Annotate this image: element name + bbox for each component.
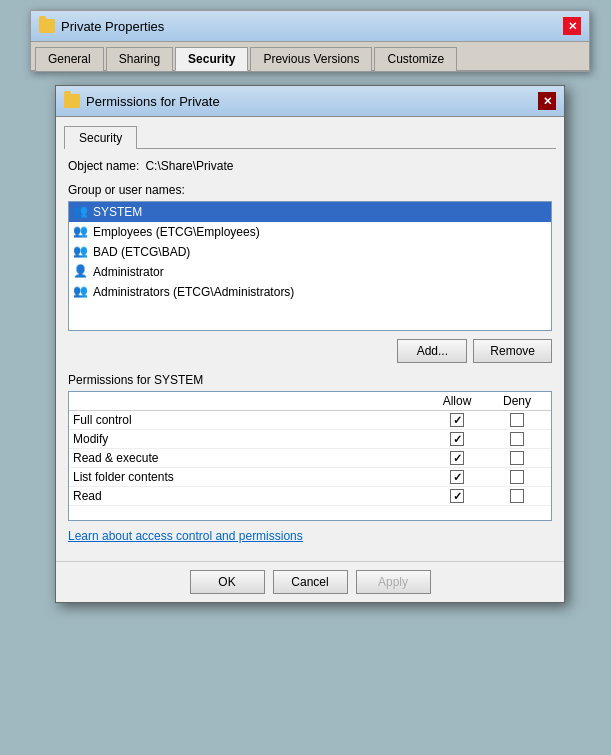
perm-row-read: Read <box>69 487 551 506</box>
bg-tabs-bar: General Sharing Security Previous Versio… <box>31 42 589 71</box>
group-icon-administrators <box>73 284 89 300</box>
allow-fullcontrol-cell <box>427 413 487 427</box>
ok-button[interactable]: OK <box>190 570 265 594</box>
user-name-administrator: Administrator <box>93 265 164 279</box>
inner-tab-security[interactable]: Security <box>64 126 137 149</box>
perm-row-fullcontrol: Full control <box>69 411 551 430</box>
folder-icon <box>39 19 55 33</box>
perm-name-read: Read <box>73 489 427 503</box>
bottom-button-row: OK Cancel Apply <box>56 561 564 602</box>
deny-read-cell <box>487 489 547 503</box>
col-allow: Allow <box>427 394 487 408</box>
object-name-row: Object name: C:\Share\Private <box>68 159 556 173</box>
perm-row-readexecute: Read & execute <box>69 449 551 468</box>
user-icon-administrator <box>73 264 89 280</box>
dialog-title: Permissions for Private <box>86 94 220 109</box>
perm-row-modify: Modify <box>69 430 551 449</box>
user-name-administrators: Administrators (ETCG\Administrators) <box>93 285 294 299</box>
bg-title-bar: Private Properties ✕ <box>31 11 589 42</box>
tab-previous-versions[interactable]: Previous Versions <box>250 47 372 71</box>
allow-readexecute-cell <box>427 451 487 465</box>
allow-listfolder-cell <box>427 470 487 484</box>
deny-fullcontrol-checkbox[interactable] <box>510 413 524 427</box>
group-icon-employees <box>73 224 89 240</box>
deny-listfolder-cell <box>487 470 547 484</box>
fg-title-bar: Permissions for Private ✕ <box>56 86 564 117</box>
apply-button[interactable]: Apply <box>356 570 431 594</box>
tab-security[interactable]: Security <box>175 47 248 71</box>
inner-tab-bar: Security <box>64 125 556 149</box>
perm-name-modify: Modify <box>73 432 427 446</box>
bg-window: Private Properties ✕ General Sharing Sec… <box>30 10 590 72</box>
tab-sharing[interactable]: Sharing <box>106 47 173 71</box>
allow-modify-cell <box>427 432 487 446</box>
remove-button[interactable]: Remove <box>473 339 552 363</box>
user-item-bad[interactable]: BAD (ETCG\BAD) <box>69 242 551 262</box>
object-name-value: C:\Share\Private <box>145 159 233 173</box>
perm-name-readexecute: Read & execute <box>73 451 427 465</box>
user-name-employees: Employees (ETCG\Employees) <box>93 225 260 239</box>
user-name-bad: BAD (ETCG\BAD) <box>93 245 190 259</box>
user-item-employees[interactable]: Employees (ETCG\Employees) <box>69 222 551 242</box>
add-button[interactable]: Add... <box>397 339 467 363</box>
perm-name-fullcontrol: Full control <box>73 413 427 427</box>
tab-general[interactable]: General <box>35 47 104 71</box>
deny-fullcontrol-cell <box>487 413 547 427</box>
permissions-title: Permissions for SYSTEM <box>68 373 552 387</box>
permissions-header: Allow Deny <box>69 392 551 411</box>
deny-read-checkbox[interactable] <box>510 489 524 503</box>
bg-window-title: Private Properties <box>61 19 164 34</box>
deny-listfolder-checkbox[interactable] <box>510 470 524 484</box>
perm-name-listfolder: List folder contents <box>73 470 427 484</box>
user-item-administrators[interactable]: Administrators (ETCG\Administrators) <box>69 282 551 302</box>
group-icon-system <box>73 204 89 220</box>
cancel-button[interactable]: Cancel <box>273 570 348 594</box>
dialog-folder-icon <box>64 94 80 108</box>
dialog-close-button[interactable]: ✕ <box>538 92 556 110</box>
learn-link[interactable]: Learn about access control and permissio… <box>68 529 552 543</box>
deny-readexecute-checkbox[interactable] <box>510 451 524 465</box>
perm-row-listfolder: List folder contents <box>69 468 551 487</box>
col-deny: Deny <box>487 394 547 408</box>
col-permission <box>73 394 427 408</box>
allow-read-cell <box>427 489 487 503</box>
allow-listfolder-checkbox[interactable] <box>450 470 464 484</box>
tab-customize[interactable]: Customize <box>374 47 457 71</box>
object-name-label: Object name: <box>68 159 139 173</box>
deny-modify-checkbox[interactable] <box>510 432 524 446</box>
allow-readexecute-checkbox[interactable] <box>450 451 464 465</box>
allow-fullcontrol-checkbox[interactable] <box>450 413 464 427</box>
group-icon-bad <box>73 244 89 260</box>
group-label: Group or user names: <box>68 183 556 197</box>
user-item-system[interactable]: SYSTEM <box>69 202 551 222</box>
user-name-system: SYSTEM <box>93 205 142 219</box>
permissions-dialog: Permissions for Private ✕ Security Objec… <box>55 85 565 603</box>
deny-readexecute-cell <box>487 451 547 465</box>
user-list[interactable]: SYSTEM Employees (ETCG\Employees) BAD (E… <box>68 201 552 331</box>
user-item-administrator[interactable]: Administrator <box>69 262 551 282</box>
allow-read-checkbox[interactable] <box>450 489 464 503</box>
add-remove-row: Add... Remove <box>68 339 552 363</box>
allow-modify-checkbox[interactable] <box>450 432 464 446</box>
bg-close-button[interactable]: ✕ <box>563 17 581 35</box>
dialog-body: Security Object name: C:\Share\Private G… <box>56 117 564 561</box>
permissions-table: Allow Deny Full control Modify <box>68 391 552 521</box>
permissions-section: Permissions for SYSTEM Allow Deny Full c… <box>68 373 552 521</box>
deny-modify-cell <box>487 432 547 446</box>
